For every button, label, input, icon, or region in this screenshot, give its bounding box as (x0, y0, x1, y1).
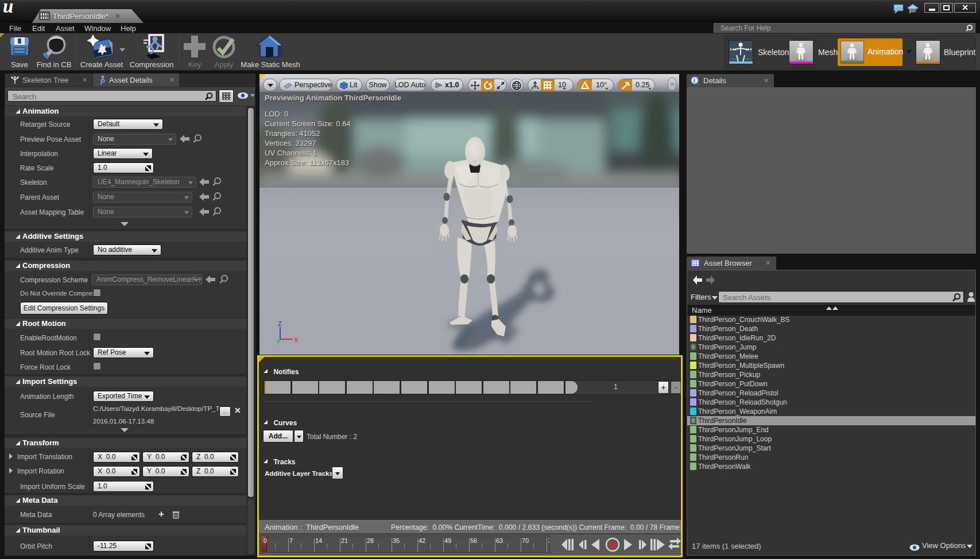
svg-text:Z: Z (278, 320, 282, 327)
svg-text:Y: Y (276, 339, 280, 344)
svg-text:X: X (294, 336, 299, 343)
svg-text:i: i (694, 77, 695, 84)
